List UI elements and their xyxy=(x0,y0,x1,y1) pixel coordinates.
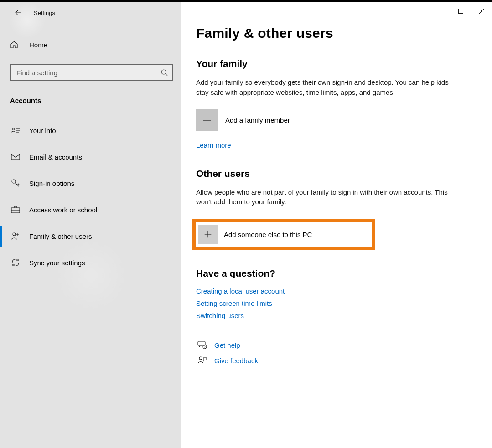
minimize-icon xyxy=(437,9,442,14)
get-help-label: Get help xyxy=(214,341,240,349)
svg-rect-6 xyxy=(11,154,20,160)
key-icon xyxy=(10,179,21,188)
nav-label: Access work or school xyxy=(29,206,97,214)
chat-help-icon: ? xyxy=(196,340,209,350)
svg-line-1 xyxy=(166,74,167,76)
back-button[interactable] xyxy=(8,4,26,22)
add-other-label: Add someone else to this PC xyxy=(224,231,312,238)
page-title: Family & other users xyxy=(196,26,455,41)
home-nav[interactable]: Home xyxy=(0,34,181,56)
learn-more-link[interactable]: Learn more xyxy=(196,141,231,149)
svg-rect-22 xyxy=(458,9,463,13)
search-box[interactable] xyxy=(10,64,173,81)
minimize-button[interactable] xyxy=(429,4,450,18)
app-title: Settings xyxy=(34,10,55,16)
family-description: Add your family so everybody gets their … xyxy=(196,77,455,98)
other-users-heading: Other users xyxy=(196,168,455,179)
svg-point-0 xyxy=(161,70,166,74)
mail-icon xyxy=(10,154,21,160)
question-links: Creating a local user account Setting sc… xyxy=(196,287,455,319)
other-users-description: Allow people who are not part of your fa… xyxy=(196,187,455,207)
question-heading: Have a question? xyxy=(196,268,455,279)
qa-link-screen-time[interactable]: Setting screen time limits xyxy=(196,299,455,307)
nav-label: Sync your settings xyxy=(29,259,85,267)
add-family-label: Add a family member xyxy=(225,116,290,124)
home-icon xyxy=(10,41,21,49)
get-help-link[interactable]: ? Get help xyxy=(196,340,455,350)
plus-icon xyxy=(198,225,218,244)
nav-sync-settings[interactable]: Sync your settings xyxy=(0,249,181,276)
settings-window: Settings Home Accounts xyxy=(0,2,492,448)
qa-link-switching-users[interactable]: Switching users xyxy=(196,312,455,319)
feedback-icon xyxy=(196,356,209,365)
people-plus-icon xyxy=(10,232,21,240)
close-button[interactable] xyxy=(471,4,492,18)
nav-list: Your info Email & accounts xyxy=(0,117,181,276)
nav-family-other-users[interactable]: Family & other users xyxy=(0,223,181,249)
close-icon xyxy=(479,9,484,14)
nav-label: Your info xyxy=(29,127,56,134)
nav-your-info[interactable]: Your info xyxy=(0,117,181,144)
footer-links: ? Get help Give feedback xyxy=(196,340,455,365)
family-heading: Your family xyxy=(196,58,455,69)
content-pane: Family & other users Your family Add you… xyxy=(181,2,492,448)
title-bar: Settings xyxy=(0,2,181,24)
add-other-user-highlight: Add someone else to this PC xyxy=(192,219,375,250)
add-family-member-button[interactable]: Add a family member xyxy=(196,109,455,131)
sync-icon xyxy=(10,258,21,267)
sidebar: Settings Home Accounts xyxy=(0,2,181,448)
search-input[interactable] xyxy=(16,69,161,77)
nav-label: Email & accounts xyxy=(29,153,82,161)
window-controls xyxy=(429,4,492,18)
home-label: Home xyxy=(29,41,47,49)
maximize-icon xyxy=(458,9,463,14)
svg-point-10 xyxy=(13,233,16,236)
search-icon xyxy=(161,69,168,76)
maximize-button[interactable] xyxy=(450,4,471,18)
give-feedback-link[interactable]: Give feedback xyxy=(196,356,455,365)
nav-label: Family & other users xyxy=(29,232,92,240)
person-card-icon xyxy=(10,127,21,134)
nav-email-accounts[interactable]: Email & accounts xyxy=(0,144,181,170)
svg-point-19 xyxy=(199,357,202,360)
nav-label: Sign-in options xyxy=(29,180,74,187)
section-label: Accounts xyxy=(10,97,181,104)
plus-icon xyxy=(196,109,218,131)
add-other-user-button[interactable]: Add someone else to this PC xyxy=(198,225,369,244)
briefcase-icon xyxy=(10,206,21,213)
qa-link-local-account[interactable]: Creating a local user account xyxy=(196,287,455,295)
nav-access-work-school[interactable]: Access work or school xyxy=(0,196,181,223)
svg-point-2 xyxy=(12,128,15,130)
arrow-left-icon xyxy=(14,9,21,16)
give-feedback-label: Give feedback xyxy=(214,357,258,365)
svg-rect-20 xyxy=(203,358,207,360)
svg-point-7 xyxy=(12,180,16,183)
nav-sign-in-options[interactable]: Sign-in options xyxy=(0,170,181,196)
svg-text:?: ? xyxy=(204,345,206,348)
